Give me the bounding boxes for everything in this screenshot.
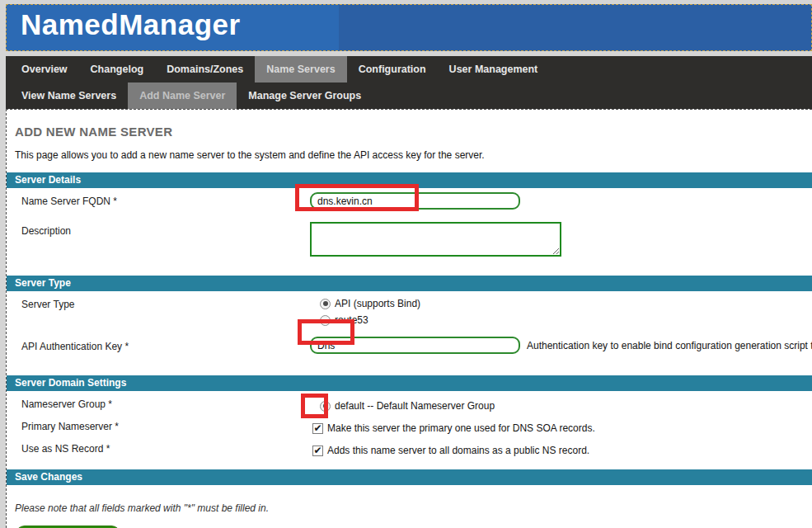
nav-row-secondary: View Name Servers Add Name Server Manage… [6,82,812,109]
content-area: ADD NEW NAME SERVER This page allows you… [6,109,812,528]
radio-api-icon[interactable] [320,299,331,309]
tab-name-servers[interactable]: Name Servers [255,56,346,82]
primary-nameserver-row: Primary Nameserver * ✔ Make this server … [7,413,812,436]
radio-route53-label[interactable]: route53 [335,314,368,326]
section-header-server-domain-settings: Server Domain Settings [7,375,812,391]
auth-key-label: API Authentication Key * [21,341,129,352]
main-navigation: Overview Changelog Domains/Zones Name Se… [6,56,812,109]
tab-overview[interactable]: Overview [10,56,79,82]
ns-record-checkbox[interactable]: ✔ [312,446,323,456]
tab-domains-zones[interactable]: Domains/Zones [155,56,255,82]
description-label: Description [21,225,71,237]
tab-configuration[interactable]: Configuration [347,56,438,82]
description-row: Description [7,218,812,264]
page-intro: This page allows you to add a new name s… [15,149,812,161]
required-fields-note: Please note that all fields marked with … [15,502,812,514]
fqdn-row: Name Server FQDN * [7,188,812,218]
radio-route53-icon[interactable] [320,315,331,326]
section-header-save-changes: Save Changes [7,469,812,485]
auth-key-input[interactable] [310,337,520,354]
tab-add-name-server[interactable]: Add Name Server [128,82,237,109]
tab-changelog[interactable]: Changelog [79,56,156,82]
nav-row-primary: Overview Changelog Domains/Zones Name Se… [6,56,812,82]
server-type-label: Server Type [21,299,74,310]
ns-record-text: Adds this name server to all domains as … [327,445,589,456]
page: NamedManager Overview Changelog Domains/… [0,0,812,528]
app-title: NamedManager [21,8,241,41]
radio-default-group-icon[interactable] [320,401,331,412]
primary-nameserver-checkbox[interactable]: ✔ [312,423,323,434]
ns-record-row: Use as NS Record * ✔ Adds this name serv… [7,436,812,458]
app-banner: NamedManager [6,4,812,51]
radio-default-group-label[interactable]: default -- Default Nameserver Group [335,400,495,412]
auth-key-help: Authentication key to enable bind config… [527,340,812,351]
fqdn-label: Name Server FQDN * [21,196,117,207]
primary-nameserver-text: Make this server the primary one used fo… [327,422,595,434]
tab-manage-server-groups[interactable]: Manage Server Groups [237,82,373,109]
fqdn-input[interactable] [310,192,520,210]
tab-user-management[interactable]: User Management [438,56,550,82]
ns-record-label: Use as NS Record * [21,443,110,455]
radio-api-label[interactable]: API (supports Bind) [335,298,420,309]
nameserver-group-row: Nameserver Group * default -- Default Na… [7,391,812,413]
description-textarea[interactable] [310,222,561,257]
section-header-server-type: Server Type [7,276,812,291]
page-title: ADD NEW NAME SERVER [15,125,812,139]
auth-key-row: API Authentication Key * Authentication … [7,331,812,364]
server-type-row: Server Type API (supports Bind) route53 [7,291,812,331]
section-header-server-details: Server Details [7,172,812,188]
tab-view-name-servers[interactable]: View Name Servers [10,82,128,109]
primary-nameserver-label: Primary Nameserver * [21,421,119,432]
nameserver-group-label: Nameserver Group * [21,398,112,410]
